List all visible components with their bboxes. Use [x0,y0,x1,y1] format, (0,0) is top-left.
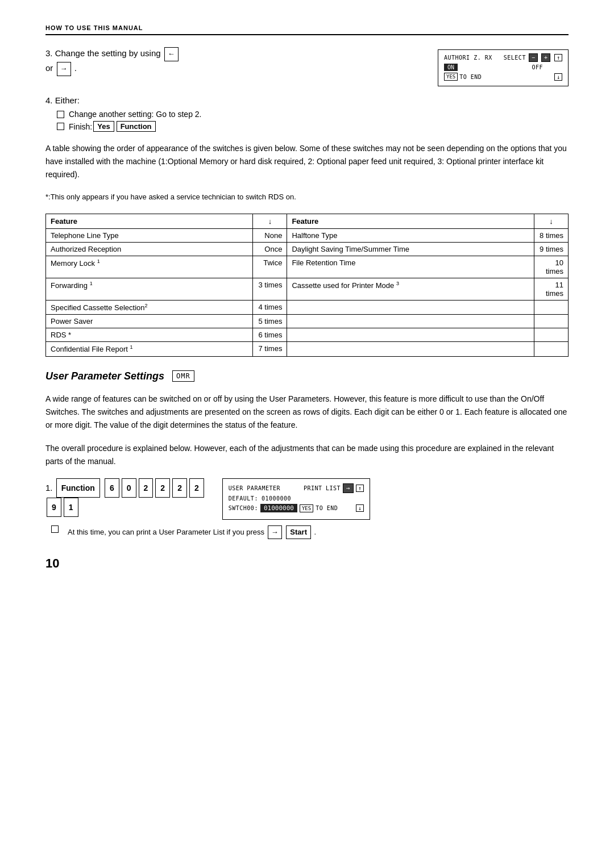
step1-screen: USER PARAMETER PRINT LIST → ↑ DEFAULT: 0… [222,478,370,520]
s2-user-param: USER PARAMETER [229,485,280,491]
feature1-cell: Forwarding 1 [46,278,253,301]
step3-period: . [74,63,77,73]
page-header: HOW TO USE THIS MANUAL [45,23,569,35]
num-key-2[interactable]: 2 [139,478,154,498]
col1-arrow: ↓ [253,214,287,229]
feature2-cell: File Retention Time [287,256,534,278]
s2-default: DEFAULT: [229,495,258,502]
times2-cell [534,315,569,328]
times2-cell: 11 times [534,278,569,301]
s2-print-list: PRINT LIST [304,485,341,491]
function-key[interactable]: Function [117,121,156,132]
num-key2-9[interactable]: 9 [47,498,61,517]
feature-table: Feature ↓ Feature ↓ Telephone Line Type … [45,214,569,357]
screen-off: OFF [532,64,543,70]
feature2-cell: Cassette used for Printer Mode 3 [287,278,534,301]
num-key-0[interactable]: 0 [122,478,136,498]
feature1-cell: Specified Cassette Selection2 [46,301,253,315]
step4-section: 4. Either: Change another setting: Go to… [45,95,569,132]
step1-row: 1. Function 602222 91 USER PARAMETER PRI… [45,478,569,520]
s2-switch: SWTCH00: [229,505,258,511]
screen-yes: YES [444,73,458,81]
times1-cell: Twice [253,256,287,278]
screen-authoriz: AUTHORI Z. RX [444,55,492,61]
step3-row: 3. Change the setting by using ← or → . … [45,47,569,86]
note-start-key[interactable]: Start [286,525,311,539]
left-arrow-key[interactable]: ← [164,47,179,61]
s2-switch-val: 01000000 [260,504,297,512]
feature1-cell: Authorized Reception [46,243,253,256]
feature2-cell [287,315,534,328]
note-arrow-key[interactable]: → [268,525,282,539]
feature2-cell [287,342,534,356]
yes-key[interactable]: Yes [93,121,114,132]
screen-plus-btn[interactable]: + [541,53,550,62]
num-key-2[interactable]: 2 [189,478,204,498]
times1-cell: 3 times [253,278,287,301]
table-row: RDS * 6 times [46,328,569,342]
times2-cell: 10 times [534,256,569,278]
times1-cell: 7 times [253,342,287,356]
step4-option1: Change another setting: Go to step 2. [57,110,569,119]
screen-to-end: TO END [459,74,482,80]
num-key-2[interactable]: 2 [172,478,187,498]
step3-or: or [45,63,53,73]
times1-cell: 5 times [253,315,287,328]
s2-up-arrow[interactable]: ↑ [356,485,364,492]
col2-header: Feature [287,214,534,229]
step4-option2-prefix: Finish: [69,122,92,131]
times1-cell: 4 times [253,301,287,315]
feature1-cell: RDS * [46,328,253,342]
table-row: Power Saver 5 times [46,315,569,328]
feature1-cell: Telephone Line Type [46,229,253,243]
section-title: User Parameter Settings [45,370,164,382]
num-key-2[interactable]: 2 [155,478,170,498]
step1-keys: 1. Function 602222 91 [45,478,205,517]
feature1-cell: Memory Lock 1 [46,256,253,278]
table-row: Specified Cassette Selection2 4 times [46,301,569,315]
table-row: Authorized Reception Once Daylight Savin… [46,243,569,256]
s2-down-arrow[interactable]: ↓ [356,504,364,512]
feature1-cell: Confidential File Report 1 [46,342,253,356]
body-text-2: A wide range of features can be switched… [45,393,569,432]
step3-screen: AUTHORI Z. RX SELECT − + ↑ ON OFF YES TO… [438,49,569,86]
page-header-title: HOW TO USE THIS MANUAL [45,24,143,31]
table-row: Forwarding 1 3 times Cassette used for P… [46,278,569,301]
checkbox-icon-2 [57,123,64,130]
screen-select: SELECT [504,55,526,61]
right-arrow-key[interactable]: → [57,62,71,76]
times2-cell [534,301,569,315]
body-text-1: A table showing the order of appearance … [45,142,569,181]
s2-arrow-right[interactable]: → [343,483,354,493]
step3-text: 3. Change the setting by using ← or → . [45,47,421,76]
feature1-cell: Power Saver [46,315,253,328]
table-row: Memory Lock 1 Twice File Retention Time … [46,256,569,278]
feature2-cell [287,328,534,342]
times1-cell: None [253,229,287,243]
col2-arrow: ↓ [534,214,569,229]
table-row: Telephone Line Type None Halftone Type 8… [46,229,569,243]
page-number: 10 [45,556,569,571]
feature2-cell: Daylight Saving Time/Summer Time [287,243,534,256]
screen-minus-btn[interactable]: − [529,53,538,62]
note-bullet-text: At this time, you can print a User Param… [68,525,316,539]
num-key-6[interactable]: 6 [105,478,119,498]
s2-yes: YES [300,504,313,512]
times1-cell: 6 times [253,328,287,342]
body-text-1-content: A table showing the order of appearance … [45,144,567,179]
note-text: *:This only appears if you have asked a … [45,191,569,203]
feature2-cell [287,301,534,315]
times2-cell: 9 times [534,243,569,256]
function-key-step1[interactable]: Function [56,478,100,498]
note-bullet: At this time, you can print a User Param… [51,525,569,539]
note-checkbox [51,525,59,533]
s2-default-val: 01000000 [262,495,291,502]
screen-up-arrow[interactable]: ↑ [554,54,562,61]
num-key2-1[interactable]: 1 [64,498,78,517]
body-text-3: The overall procedure is explained below… [45,442,569,468]
col1-header: Feature [46,214,253,229]
step4-option1-text: Change another setting: Go to step 2. [69,110,202,119]
screen-down-arrow[interactable]: ↓ [554,73,562,81]
omr-box: OMR [172,370,194,382]
times1-cell: Once [253,243,287,256]
